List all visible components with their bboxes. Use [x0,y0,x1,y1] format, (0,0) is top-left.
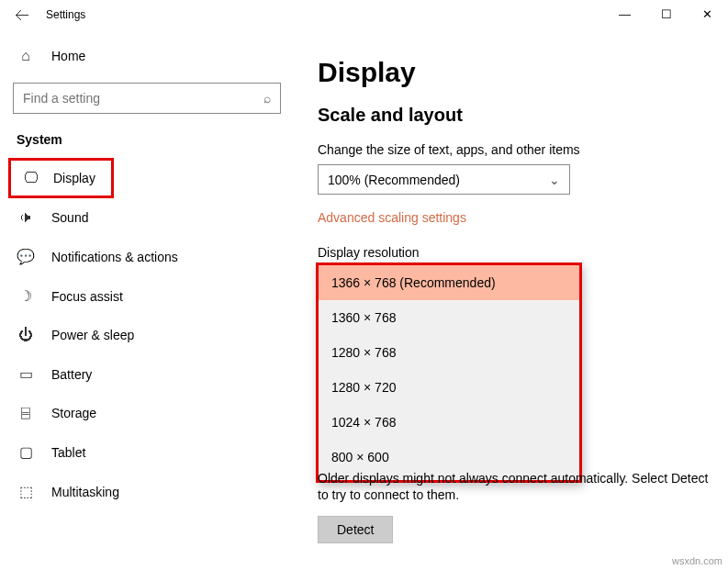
main-pane: Display Scale and layout Change the size… [294,29,728,570]
sidebar-item-focus-assist[interactable]: ☽ Focus assist [0,276,294,316]
sidebar-item-power-sleep[interactable]: ⏻ Power & sleep [0,316,294,354]
maximize-button[interactable]: ☐ [645,0,687,28]
display-icon: 🖵 [22,170,40,186]
focus-assist-icon: ☽ [17,287,35,305]
scale-dropdown[interactable]: 100% (Recommended) ⌄ [318,164,570,195]
sidebar-item-sound[interactable]: 🕩 Sound [0,198,294,237]
section-heading-scale: Scale and layout [318,105,713,126]
resolution-option[interactable]: 1366 × 768 (Recommended) [319,265,579,300]
notifications-icon: 💬 [17,248,35,265]
older-displays-note: Older displays might not always connect … [318,470,713,503]
sound-icon: 🕩 [17,209,35,226]
resolution-option[interactable]: 1024 × 768 [319,405,579,440]
close-button[interactable]: ✕ [687,0,728,28]
resolution-label: Display resolution [318,245,713,260]
sidebar-item-label: Power & sleep [51,328,134,342]
search-box[interactable]: ⌕ [13,83,281,114]
storage-icon: ⌸ [17,405,35,421]
tablet-icon: ▢ [17,443,35,461]
back-button[interactable]: 🡠 [15,7,29,24]
watermark: wsxdn.com [672,555,722,566]
resolution-option[interactable]: 1280 × 720 [319,370,579,405]
sidebar-item-label: Focus assist [51,289,123,304]
sidebar-item-multitasking[interactable]: ⬚ Multitasking [0,472,294,511]
sidebar-item-display[interactable]: 🖵 Display [8,158,114,198]
home-label: Home [51,49,85,63]
resolution-option[interactable]: 1360 × 768 [319,300,579,335]
advanced-scaling-link[interactable]: Advanced scaling settings [318,210,466,225]
sidebar-item-battery[interactable]: ▭ Battery [0,354,294,394]
scale-label: Change the size of text, apps, and other… [318,142,713,157]
titlebar: 🡠 Settings — ☐ ✕ [0,0,728,29]
home-nav[interactable]: ⌂ Home [0,39,294,73]
search-icon: ⌕ [263,91,271,106]
page-title: Display [318,57,713,88]
sidebar-item-label: Display [53,171,95,185]
resolution-option[interactable]: 1280 × 768 [319,335,579,370]
scale-dropdown-value: 100% (Recommended) [328,173,460,187]
sidebar-item-label: Battery [51,367,92,382]
chevron-down-icon: ⌄ [549,173,560,187]
battery-icon: ▭ [17,365,35,383]
section-title: System [0,127,294,158]
search-input[interactable] [23,91,263,106]
sidebar-item-label: Notifications & actions [51,250,178,264]
sidebar-item-tablet[interactable]: ▢ Tablet [0,432,294,472]
power-icon: ⏻ [17,327,35,343]
window-title: Settings [46,8,85,21]
window-controls: — ☐ ✕ [604,0,728,28]
home-icon: ⌂ [17,48,35,64]
minimize-button[interactable]: — [604,0,645,28]
sidebar-item-label: Multitasking [51,485,119,499]
multitasking-icon: ⬚ [17,483,35,500]
sidebar-item-notifications[interactable]: 💬 Notifications & actions [0,237,294,276]
sidebar-item-label: Tablet [51,445,85,460]
resolution-dropdown-open: 1366 × 768 (Recommended) 1360 × 768 1280… [316,263,582,483]
sidebar-item-label: Storage [51,406,96,420]
sidebar-item-storage[interactable]: ⌸ Storage [0,394,294,432]
sidebar: ⌂ Home ⌕ System 🖵 Display 🕩 Sound 💬 Noti… [0,29,294,570]
detect-button[interactable]: Detect [318,516,393,543]
sidebar-item-label: Sound [51,210,88,225]
